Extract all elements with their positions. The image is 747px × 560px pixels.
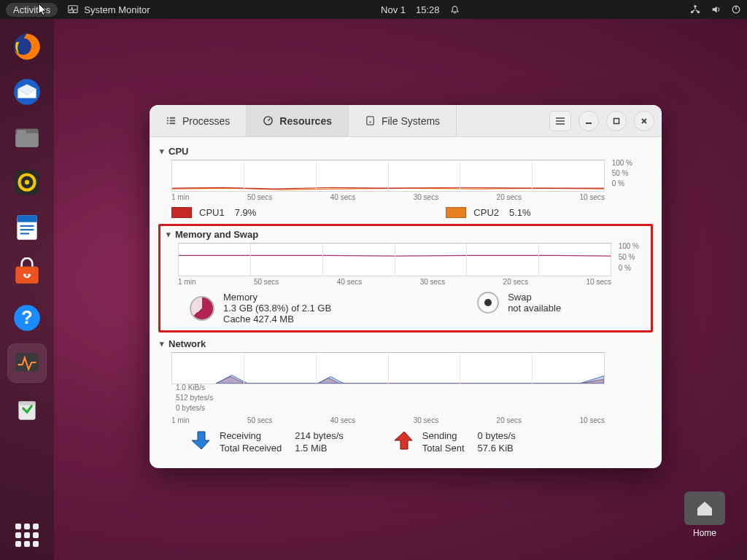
svg-rect-31 xyxy=(167,122,169,124)
net-ytick-512: 512 bytes/s xyxy=(176,394,213,405)
dock: ? xyxy=(0,19,54,560)
show-applications-button[interactable] xyxy=(12,521,42,550)
tab-filesystems[interactable]: File Systems xyxy=(349,105,457,136)
net-ytick-0: 0 bytes/s xyxy=(176,405,213,415)
cpu-ytick-0: 0 % xyxy=(612,180,632,190)
svg-rect-26 xyxy=(18,402,35,405)
memory-pie-icon xyxy=(190,296,214,321)
tab-processes[interactable]: Processes xyxy=(150,105,247,136)
cpu-title: CPU xyxy=(169,146,188,157)
mem-xtick: 1 min xyxy=(178,278,196,286)
cpu-xtick: 40 secs xyxy=(330,193,355,201)
svg-rect-10 xyxy=(17,131,26,134)
close-button[interactable] xyxy=(634,111,654,131)
memory-section-highlight: ▾ Memory and Swap 100 %50 %0 % 1 min 50 … xyxy=(158,224,653,332)
system-monitor-window: Processes Resources File Systems ▾ CPU xyxy=(150,105,662,468)
svg-point-1 xyxy=(694,5,697,8)
window-titlebar: Processes Resources File Systems xyxy=(150,105,662,137)
download-arrow-icon xyxy=(192,430,211,451)
network-graph xyxy=(171,352,605,384)
dock-trash-icon[interactable] xyxy=(8,389,46,427)
list-icon xyxy=(166,115,177,126)
minimize-button[interactable] xyxy=(578,111,599,131)
power-icon[interactable] xyxy=(731,4,741,15)
home-folder-label: Home xyxy=(684,528,725,538)
network-icon[interactable] xyxy=(690,4,700,15)
net-ytick-1k: 1.0 KiB/s xyxy=(176,384,213,394)
receiving-label: Receiving xyxy=(220,430,282,441)
svg-rect-19 xyxy=(15,267,39,284)
memory-cache: Cache 427.4 MB xyxy=(223,314,331,324)
net-xtick: 40 secs xyxy=(330,416,355,424)
dock-firefox-icon[interactable] xyxy=(8,28,46,66)
svg-point-13 xyxy=(25,180,29,184)
cpu-xtick: 20 secs xyxy=(497,193,522,201)
home-folder-icon xyxy=(684,491,725,525)
dock-files-icon[interactable] xyxy=(8,118,46,156)
mem-xtick: 30 secs xyxy=(420,278,445,286)
cpu1-swatch xyxy=(171,207,192,218)
svg-rect-29 xyxy=(167,120,169,122)
chevron-down-icon: ▾ xyxy=(160,339,164,349)
network-title: Network xyxy=(169,338,206,349)
memory-title: Memory and Swap xyxy=(175,229,258,240)
mem-ytick-100: 100 % xyxy=(619,243,639,254)
clock[interactable]: Nov 1 15:28 xyxy=(381,4,460,15)
disk-icon xyxy=(365,115,376,126)
activities-button[interactable]: Activities xyxy=(6,3,58,17)
cpu2-value: 5.1% xyxy=(509,207,531,218)
cpu-section-header[interactable]: ▾ CPU xyxy=(160,146,653,157)
memory-graph xyxy=(178,243,611,276)
cpu-ytick-100: 100 % xyxy=(612,160,632,170)
chevron-down-icon: ▾ xyxy=(166,230,171,239)
mem-xtick: 40 secs xyxy=(337,278,362,286)
receiving-rate: 214 bytes/s xyxy=(295,430,344,441)
mem-xtick: 20 secs xyxy=(503,278,528,286)
cpu-legend: CPU1 7.9% CPU2 5.1% xyxy=(171,207,653,218)
svg-rect-15 xyxy=(17,215,36,222)
sending-rate: 0 bytes/s xyxy=(478,430,516,441)
tab-processes-label: Processes xyxy=(182,115,230,127)
maximize-button[interactable] xyxy=(606,111,627,131)
svg-rect-16 xyxy=(20,225,34,227)
cpu2-swatch xyxy=(446,207,466,218)
net-xtick: 10 secs xyxy=(580,416,605,424)
app-indicator[interactable]: System Monitor xyxy=(68,4,150,15)
mouse-cursor xyxy=(38,3,48,16)
dock-software-icon[interactable] xyxy=(8,254,46,292)
cpu1-value: 7.9% xyxy=(235,207,257,218)
dock-thunderbird-icon[interactable] xyxy=(8,73,46,111)
date-label: Nov 1 xyxy=(381,4,406,15)
time-label: 15:28 xyxy=(416,4,440,15)
cpu-graph xyxy=(171,160,605,192)
hamburger-menu-button[interactable] xyxy=(549,111,571,131)
dock-system-monitor-icon[interactable] xyxy=(8,344,46,382)
gauge-icon xyxy=(263,115,274,126)
net-xtick: 50 secs xyxy=(247,416,272,424)
net-xtick: 1 min xyxy=(171,416,189,424)
total-sent-value: 57.6 KiB xyxy=(478,443,516,454)
dock-rhythmbox-icon[interactable] xyxy=(8,163,46,201)
svg-rect-41 xyxy=(614,118,619,123)
total-received-value: 1.5 MiB xyxy=(295,443,344,454)
tab-resources[interactable]: Resources xyxy=(247,105,349,136)
bell-icon xyxy=(450,5,460,15)
resources-content: ▾ CPU 100 %50 %0 % 1 min 50 secs 40 secs… xyxy=(150,137,662,468)
dock-writer-icon[interactable] xyxy=(8,209,46,246)
svg-rect-27 xyxy=(167,117,169,119)
network-section-header[interactable]: ▾ Network xyxy=(160,338,653,349)
volume-icon[interactable] xyxy=(711,4,721,15)
cpu-xtick: 30 secs xyxy=(414,193,438,201)
memory-label: Memory xyxy=(223,292,331,303)
desktop-home-folder[interactable]: Home xyxy=(684,491,725,538)
svg-rect-35 xyxy=(367,117,374,125)
swap-indicator-icon xyxy=(477,292,499,314)
system-monitor-icon xyxy=(68,4,78,15)
dock-help-icon[interactable]: ? xyxy=(8,299,46,337)
net-xtick: 30 secs xyxy=(414,416,438,424)
cpu-xtick: 50 secs xyxy=(247,193,272,201)
memory-section-header[interactable]: ▾ Memory and Swap xyxy=(166,229,646,240)
svg-rect-17 xyxy=(20,229,34,230)
total-sent-label: Total Sent xyxy=(422,443,465,454)
mem-xtick: 10 secs xyxy=(587,278,611,286)
